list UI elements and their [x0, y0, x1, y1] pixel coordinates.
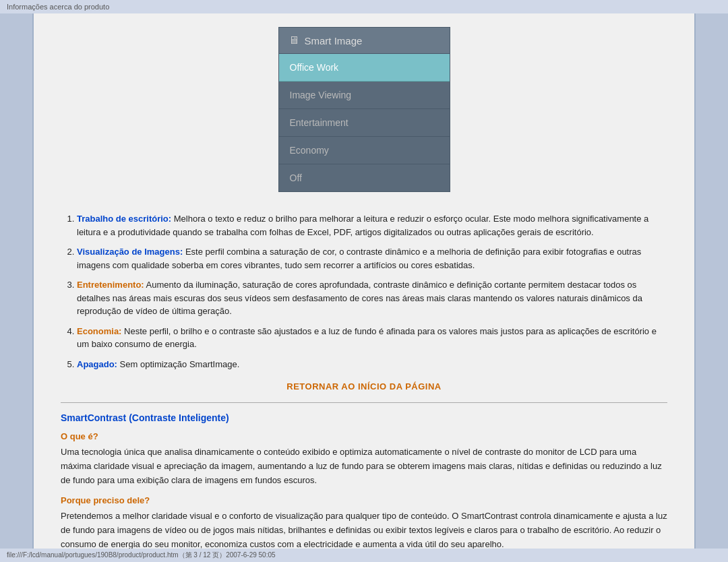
bottom-bar-text: file:///F:/lcd/manual/portugues/190B8/pr…	[7, 551, 276, 559]
list-item: Entretenimento: Aumento da iluminação, s…	[77, 278, 667, 318]
retornar-link[interactable]: RETORNAR AO INÍCIO DA PÁGINA	[61, 381, 667, 392]
side-panel-right	[694, 13, 728, 559]
top-bar-label: Informações acerca do produto	[7, 3, 109, 11]
section-title: SmartContrast (Contraste Inteligente)	[61, 412, 667, 423]
smart-image-header: 🖥 Smart Image	[279, 28, 450, 54]
menu-item-entertainment[interactable]: Entertainment	[279, 109, 450, 137]
item2-label: Visualização de Imagens:	[77, 247, 183, 257]
smart-image-icon: 🖥	[289, 34, 299, 46]
menu-item-image-viewing[interactable]: Image Viewing	[279, 82, 450, 109]
side-panel-left	[0, 13, 34, 559]
smart-image-widget: 🖥 Smart Image Office Work Image Viewing …	[278, 27, 450, 192]
menu-item-office-work[interactable]: Office Work	[279, 54, 450, 82]
subsection2-text: Pretendemos a melhor claridade visual e …	[61, 509, 667, 551]
top-bar: Informações acerca do produto	[0, 0, 728, 13]
main-layout: 🖥 Smart Image Office Work Image Viewing …	[0, 13, 728, 559]
item5-text: Sem optimização SmartImage.	[120, 359, 240, 369]
list-item: Apagado: Sem optimização SmartImage.	[77, 358, 667, 371]
item3-text: Aumento da iluminação, saturação de core…	[77, 280, 642, 316]
menu-item-economy[interactable]: Economy	[279, 137, 450, 164]
list-item: Economia: Neste perfil, o brilho e o con…	[77, 325, 667, 351]
item4-label: Economia:	[77, 326, 121, 336]
item1-label: Trabalho de escritório:	[77, 214, 171, 224]
content-area: 🖥 Smart Image Office Work Image Viewing …	[34, 13, 694, 559]
menu-item-off[interactable]: Off	[279, 164, 450, 191]
subsection1-text: Uma tecnologia única que analisa dinamic…	[61, 445, 667, 487]
bottom-bar: file:///F:/lcd/manual/portugues/190B8/pr…	[0, 549, 728, 562]
subsection1-title: O que é?	[61, 431, 667, 441]
subsection2-title: Porque preciso dele?	[61, 495, 667, 505]
section-divider	[61, 402, 667, 403]
feature-list: Trabalho de escritório: Melhora o texto …	[61, 212, 667, 371]
smart-image-title: Smart Image	[305, 35, 363, 46]
item5-label: Apagado:	[77, 359, 117, 369]
item3-label: Entretenimento:	[77, 280, 144, 290]
text-content: Trabalho de escritório: Melhora o texto …	[34, 206, 694, 559]
list-item: Trabalho de escritório: Melhora o texto …	[77, 212, 667, 239]
list-item: Visualização de Imagens: Este perfil com…	[77, 245, 667, 272]
item4-text: Neste perfil, o brilho e o contraste são…	[77, 326, 657, 350]
